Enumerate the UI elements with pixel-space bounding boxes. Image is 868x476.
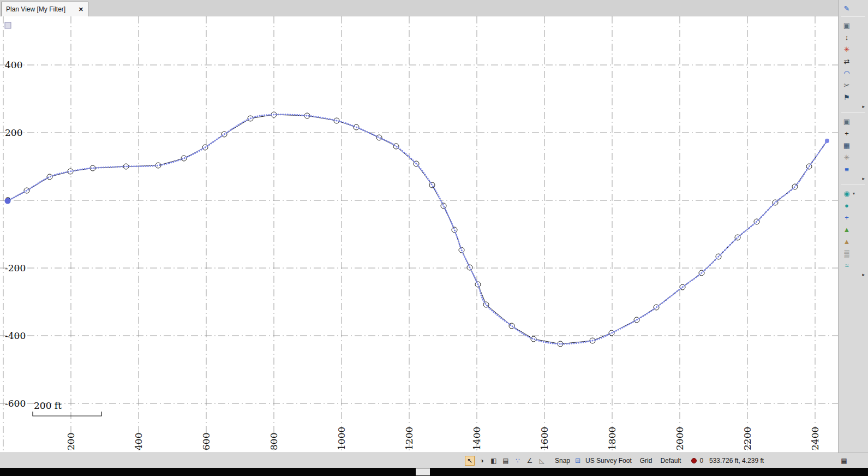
tool-row: ▦ (839, 139, 868, 151)
snap-mode-icon[interactable]: ⊞ (573, 456, 583, 466)
annotate-pencil-icon[interactable]: ✎ (842, 3, 852, 13)
plan-view-canvas[interactable]: 4002000-200-400-600200400600800100012001… (0, 16, 838, 453)
toolbar-separator (841, 185, 865, 185)
x-axis-label: 400 (133, 433, 144, 450)
copy-parallel-icon[interactable]: ▣ (842, 20, 852, 30)
terrain-green-icon[interactable]: ▲ (842, 224, 852, 234)
tool-group: ◉▾●+▲▲▒≈▸ (839, 187, 868, 278)
move-vertical-icon[interactable]: ↕ (842, 32, 852, 42)
tool-row: ◉▾ (839, 187, 868, 199)
tool-group: ▣↕✳⇄◠✂⚑▸ (839, 19, 868, 110)
plan-view-drawing[interactable]: 4002000-200-400-600200400600800100012001… (0, 16, 838, 453)
selection-count: 0 (699, 457, 703, 465)
toolbar-separator (841, 16, 865, 17)
survey-linestring[interactable] (8, 115, 827, 344)
tool-row: ⇄ (839, 55, 868, 67)
expand-toolbox-icon[interactable]: ▸ (839, 103, 868, 110)
y-axis-label: 200 (5, 127, 22, 138)
x-axis-label: 600 (201, 433, 212, 450)
tool-row: ✳ (839, 151, 868, 163)
x-axis-label: 1200 (404, 427, 415, 450)
scale-bar-label: 200 ft (34, 400, 62, 411)
fence-window-icon[interactable]: ▦ (842, 140, 852, 150)
bottom-black-bar (0, 468, 868, 476)
survey-point[interactable] (47, 174, 52, 180)
point-cloud-icon[interactable]: ▒ (842, 248, 852, 258)
snap-points-icon[interactable]: ∵ (513, 456, 523, 466)
layer-stack-icon[interactable]: ≡ (842, 164, 852, 174)
curve-end-point[interactable] (825, 139, 829, 143)
tool-row: ✎ (839, 2, 868, 14)
drop-element-icon[interactable]: ✳ (842, 152, 852, 162)
units-label[interactable]: US Survey Foot (585, 457, 632, 465)
expand-toolbox-icon[interactable]: ▸ (839, 271, 868, 278)
flag-tool-icon[interactable]: ⚑ (842, 92, 852, 102)
active-color-indicator[interactable] (691, 458, 697, 463)
trim-scissors-icon[interactable]: ✂ (842, 80, 852, 90)
status-bar-left: ↖◑◧▤∵∠◺ Snap ⊞ US Survey Foot Grid Defau… (465, 453, 703, 468)
list-panel-icon[interactable]: ▤ (501, 456, 511, 466)
close-icon[interactable]: ✕ (79, 6, 83, 13)
view-marker-icon (5, 22, 11, 28)
active-level-label[interactable]: Default (660, 457, 681, 465)
x-axis-label: 200 (65, 433, 76, 450)
survey-point[interactable] (441, 203, 446, 209)
y-axis-label: -200 (5, 263, 26, 273)
axis-triangle-icon[interactable]: ◺ (537, 456, 547, 466)
view-tab[interactable]: Plan View [My Filter] ✕ (1, 2, 88, 16)
coordinate-readout: 533.726 ft, 4.239 ft (709, 457, 764, 465)
tool-row: ⚑ (839, 91, 868, 103)
alignment-curve[interactable] (8, 115, 827, 344)
contour-curve-icon[interactable]: ≈ (842, 260, 852, 270)
tool-row: + (839, 127, 868, 139)
tool-row: ✳ (839, 43, 868, 55)
status-bar: ↖◑◧▤∵∠◺ Snap ⊞ US Survey Foot Grid Defau… (0, 453, 868, 468)
view-tab-bar: Plan View [My Filter] ✕ (0, 0, 838, 16)
curve-start-point[interactable] (5, 198, 11, 204)
tool-row: ↕ (839, 31, 868, 43)
tool-row: ▲ (839, 223, 868, 235)
tool-group: ▣+▦✳≡▸ (839, 115, 868, 182)
status-icon-group: ↖◑◧▤∵∠◺ (465, 456, 547, 466)
terrain-surface-icon[interactable]: ● (842, 200, 852, 210)
accusnap-icon[interactable]: ◑ (477, 456, 487, 466)
scale-bar (33, 412, 101, 416)
y-axis-label: -400 (5, 330, 26, 341)
fill-display-icon[interactable]: ◧ (489, 456, 499, 466)
tool-row: ▒ (839, 247, 868, 259)
view-tab-title: Plan View [My Filter] (6, 5, 73, 13)
right-toolbar: ✎▣↕✳⇄◠✂⚑▸▣+▦✳≡▸◉▾●+▲▲▒≈▸ (838, 0, 868, 453)
delete-asterisk-icon[interactable]: ✳ (842, 44, 852, 54)
dropdown-caret-icon[interactable]: ▾ (853, 191, 855, 196)
angle-lock-icon[interactable]: ∠ (525, 456, 535, 466)
tool-row: ≡ (839, 163, 868, 175)
swap-arrows-icon[interactable]: ⇄ (842, 56, 852, 66)
tool-row: ▲ (839, 235, 868, 247)
tool-row: + (839, 211, 868, 223)
x-axis-label: 1400 (471, 427, 482, 450)
x-axis-label: 2400 (810, 427, 821, 450)
copy-element-icon[interactable]: ▣ (842, 116, 852, 126)
tool-row: ● (839, 199, 868, 211)
tool-row: ▣ (839, 115, 868, 127)
move-plus-icon[interactable]: + (842, 128, 852, 138)
x-axis-label: 1800 (607, 427, 618, 450)
tool-row: ◠ (839, 67, 868, 79)
survey-point[interactable] (376, 135, 382, 140)
mesh-add-icon[interactable]: + (842, 212, 852, 222)
window-tile-icon[interactable]: ▦ (839, 456, 849, 466)
terrain-tan-icon[interactable]: ▲ (842, 236, 852, 246)
element-selection-icon[interactable]: ↖ (465, 456, 475, 466)
arc-tool-icon[interactable]: ◠ (842, 68, 852, 78)
snap-label[interactable]: Snap (555, 457, 570, 465)
toolbar-separator (841, 112, 865, 113)
x-axis-label: 800 (268, 433, 279, 450)
x-axis-label: 2200 (742, 427, 753, 450)
tool-row: ≈ (839, 259, 868, 271)
tool-group: ✎ (839, 2, 868, 14)
taskbar-item[interactable] (416, 468, 430, 475)
terrain-display-icon[interactable]: ◉ (842, 188, 852, 198)
y-axis-label: -600 (5, 398, 26, 409)
expand-toolbox-icon[interactable]: ▸ (839, 175, 868, 182)
grid-lock-label[interactable]: Grid (640, 457, 653, 465)
